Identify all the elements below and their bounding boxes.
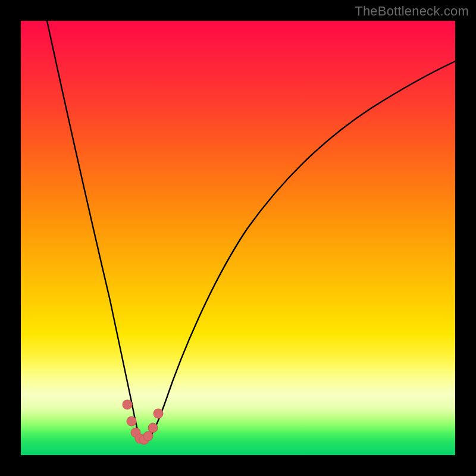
marker-dot [127,416,136,426]
plot-area [21,21,455,455]
watermark-text: TheBottleneck.com [355,4,469,19]
curve-svg [21,21,455,455]
bottleneck-curve [47,21,455,441]
marker-dot [154,409,163,418]
marker-dot [123,400,132,409]
marker-dot [143,431,153,441]
marker-dot [148,423,158,433]
outer-frame: TheBottleneck.com [0,0,476,476]
